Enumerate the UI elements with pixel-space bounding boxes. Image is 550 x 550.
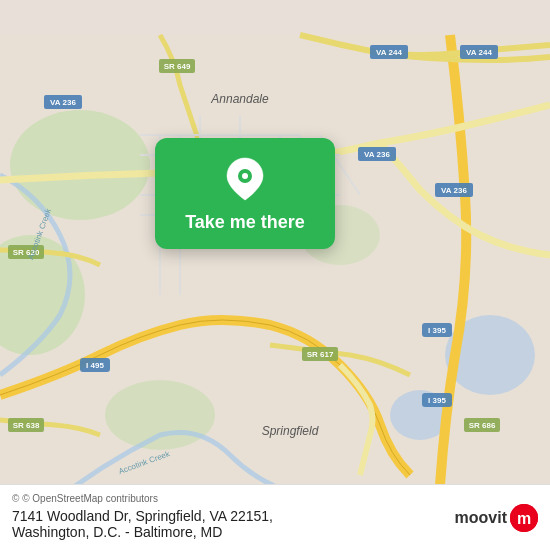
svg-text:SR 617: SR 617 <box>307 350 334 359</box>
svg-text:I 395: I 395 <box>428 396 446 405</box>
svg-text:Annandale: Annandale <box>210 92 269 106</box>
svg-text:I 495: I 495 <box>86 361 104 370</box>
map-container: SR 649 VA 244 VA 244 VA 236 VA 236 VA 23… <box>0 0 550 550</box>
attribution-text: © OpenStreetMap contributors <box>22 493 158 504</box>
svg-text:I 395: I 395 <box>428 326 446 335</box>
map-background: SR 649 VA 244 VA 244 VA 236 VA 236 VA 23… <box>0 0 550 550</box>
attribution: © © OpenStreetMap contributors <box>12 493 538 504</box>
take-me-there-label: Take me there <box>185 212 305 233</box>
svg-text:m: m <box>517 510 531 527</box>
location-pin-icon <box>225 156 265 202</box>
svg-text:SR 638: SR 638 <box>13 421 40 430</box>
address-text-2: Washington, D.C. - Baltimore, MD <box>12 524 222 540</box>
svg-text:Springfield: Springfield <box>262 424 319 438</box>
svg-text:VA 244: VA 244 <box>376 48 402 57</box>
address-text: 7141 Woodland Dr, Springfield, VA 22151, <box>12 508 273 524</box>
svg-text:VA 236: VA 236 <box>364 150 390 159</box>
moovit-icon: m <box>510 504 538 532</box>
moovit-text: moovit <box>455 509 507 527</box>
svg-text:VA 236: VA 236 <box>441 186 467 195</box>
svg-text:VA 244: VA 244 <box>466 48 492 57</box>
svg-text:SR 649: SR 649 <box>164 62 191 71</box>
svg-point-49 <box>242 173 248 179</box>
svg-text:SR 686: SR 686 <box>469 421 496 430</box>
take-me-there-card[interactable]: Take me there <box>155 138 335 249</box>
copyright-symbol: © <box>12 493 19 504</box>
svg-point-1 <box>10 110 150 220</box>
moovit-logo: moovit m <box>455 504 538 532</box>
svg-point-5 <box>105 380 215 450</box>
svg-text:VA 236: VA 236 <box>50 98 76 107</box>
